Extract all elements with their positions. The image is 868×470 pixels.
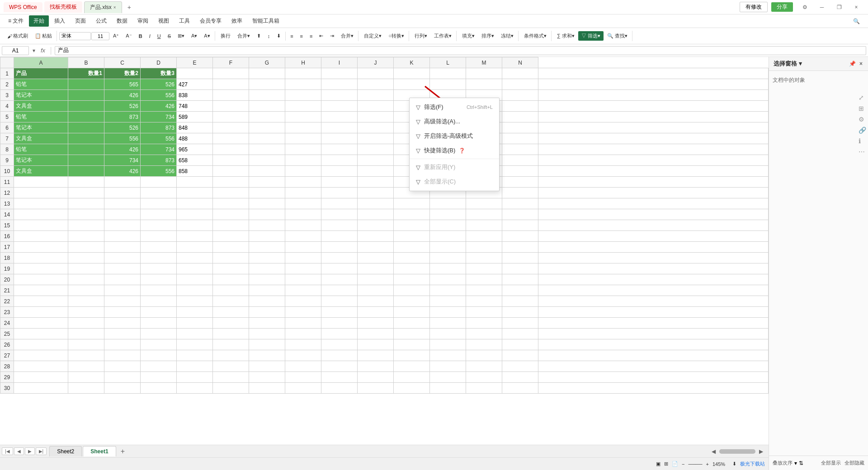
grid-cell[interactable] <box>213 122 249 133</box>
grid-cell[interactable] <box>14 253 68 263</box>
grid-cell[interactable] <box>394 296 430 307</box>
grid-cell[interactable] <box>249 372 285 383</box>
grid-cell[interactable]: 873 <box>141 122 177 133</box>
restore-button[interactable]: ❐ <box>831 1 847 13</box>
col-header-N[interactable]: N <box>502 57 538 68</box>
grid-cell[interactable] <box>394 198 430 209</box>
grid-cell[interactable] <box>538 133 769 144</box>
grid-cell[interactable] <box>285 155 321 166</box>
grid-cell[interactable] <box>358 318 394 329</box>
grid-cell[interactable] <box>249 79 285 90</box>
settings-button[interactable]: ⚙ <box>797 1 813 13</box>
grid-cell[interactable] <box>538 122 769 133</box>
grid-cell[interactable] <box>285 307 321 318</box>
grid-cell[interactable] <box>104 307 141 318</box>
grid-cell[interactable] <box>249 296 285 307</box>
grid-cell[interactable]: 734 <box>141 144 177 155</box>
zoom-slider[interactable]: ──── <box>688 461 702 467</box>
grid-cell[interactable] <box>68 296 104 307</box>
grid-cell[interactable] <box>538 318 769 329</box>
grid-cell[interactable] <box>285 274 321 285</box>
col-header-H[interactable]: H <box>285 57 321 68</box>
grid-cell[interactable] <box>68 350 104 361</box>
grid-cell[interactable] <box>141 263 177 274</box>
grid-cell[interactable]: 965 <box>177 144 213 155</box>
grid-cell[interactable] <box>358 188 394 198</box>
grid-cell[interactable] <box>430 296 466 307</box>
grid-cell[interactable] <box>141 253 177 263</box>
grid-cell[interactable] <box>177 361 213 372</box>
view-layout-icon[interactable]: ⊞ <box>664 461 668 467</box>
file-tab-close[interactable]: × <box>113 5 116 10</box>
sheet-prev-button[interactable]: ◀ <box>14 447 24 455</box>
grid-cell[interactable] <box>14 209 68 220</box>
grid-cell[interactable] <box>502 209 538 220</box>
grid-cell[interactable] <box>358 144 394 155</box>
grid-cell[interactable] <box>502 296 538 307</box>
col-header-J[interactable]: J <box>358 57 394 68</box>
grid-cell[interactable] <box>394 339 430 350</box>
grid-cell[interactable] <box>141 274 177 285</box>
grid-cell[interactable] <box>14 372 68 383</box>
grid-cell[interactable] <box>466 209 502 220</box>
merge-center-button[interactable]: 合并▾ <box>338 31 357 41</box>
grid-cell[interactable] <box>321 253 358 263</box>
grid-cell[interactable] <box>213 133 249 144</box>
grid-cell[interactable]: 488 <box>177 133 213 144</box>
col-header-L[interactable]: L <box>430 57 466 68</box>
grid-cell[interactable] <box>538 198 769 209</box>
grid-cell[interactable] <box>358 361 394 372</box>
grid-cell[interactable] <box>285 339 321 350</box>
grid-cell[interactable] <box>538 79 769 90</box>
grid-cell[interactable] <box>502 79 538 90</box>
grid-cell[interactable] <box>538 68 769 79</box>
share-button[interactable]: 分享 <box>771 2 793 12</box>
grid-cell[interactable] <box>285 90 321 101</box>
find-button[interactable]: 🔍 查找▾ <box>604 31 631 41</box>
grid-cell[interactable] <box>14 231 68 242</box>
indent-decrease-button[interactable]: ⇤ <box>316 31 326 41</box>
grid-cell[interactable]: 铅笔 <box>14 79 68 90</box>
grid-cell[interactable] <box>430 350 466 361</box>
col-header-D[interactable]: D <box>141 57 177 68</box>
grid-cell[interactable]: 426 <box>104 166 141 177</box>
grid-cell[interactable] <box>502 68 538 79</box>
grid-cell[interactable] <box>538 263 769 274</box>
grid-cell[interactable] <box>538 231 769 242</box>
grid-cell[interactable] <box>538 339 769 350</box>
menu-home[interactable]: 开始 <box>29 15 49 27</box>
wps-office-tab[interactable]: WPS Office <box>4 2 42 12</box>
grid-cell[interactable] <box>14 339 68 350</box>
grid-cell[interactable] <box>502 231 538 242</box>
grid-cell[interactable] <box>213 361 249 372</box>
grid-cell[interactable] <box>249 329 285 339</box>
grid-cell[interactable] <box>321 350 358 361</box>
grid-cell[interactable]: 笔记本 <box>14 155 68 166</box>
grid-cell[interactable] <box>502 155 538 166</box>
hide-all-btn[interactable]: 全部隐藏 <box>844 460 864 466</box>
grid-cell[interactable] <box>538 329 769 339</box>
grid-cell[interactable] <box>249 188 285 198</box>
grid-cell[interactable] <box>321 329 358 339</box>
grid-cell[interactable] <box>68 188 104 198</box>
grid-cell[interactable] <box>502 285 538 296</box>
grid-cell[interactable] <box>249 242 285 253</box>
grid-cell[interactable] <box>538 383 769 394</box>
grid-cell[interactable] <box>249 253 285 263</box>
grid-cell[interactable] <box>321 101 358 112</box>
grid-cell[interactable]: 数量2 <box>104 68 141 79</box>
grid-cell[interactable] <box>213 242 249 253</box>
align-middle-button[interactable]: ↕ <box>264 32 274 41</box>
grid-cell[interactable] <box>358 122 394 133</box>
grid-cell[interactable] <box>502 383 538 394</box>
grid-cell[interactable] <box>358 209 394 220</box>
grid-cell[interactable] <box>430 372 466 383</box>
grid-cell[interactable]: 426 <box>141 101 177 112</box>
grid-cell[interactable]: 产品 <box>14 68 68 79</box>
grid-cell[interactable] <box>285 112 321 122</box>
grid-cell[interactable]: 笔记本 <box>14 122 68 133</box>
grid-cell[interactable] <box>394 263 430 274</box>
grid-cell[interactable] <box>104 177 141 188</box>
grid-cell[interactable] <box>285 144 321 155</box>
grid-cell[interactable] <box>321 231 358 242</box>
